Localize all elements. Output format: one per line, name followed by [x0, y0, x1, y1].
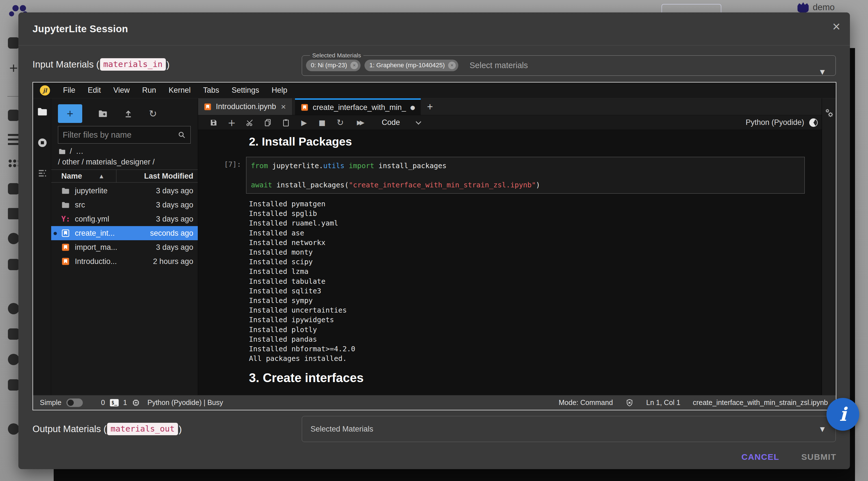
menu-item-run[interactable]: Run: [136, 86, 162, 95]
cell-type-select[interactable]: Code: [382, 118, 400, 127]
chip-remove-icon[interactable]: ×: [448, 62, 456, 69]
file-row-config-yml[interactable]: Y: config.yml 3 days ago: [51, 212, 198, 226]
material-chip[interactable]: 0: Ni (mp-23) ×: [306, 60, 361, 71]
property-inspector-gears-icon[interactable]: [824, 108, 835, 120]
menu-item-edit[interactable]: Edit: [82, 86, 107, 95]
table-of-contents-tab-icon[interactable]: [37, 168, 48, 180]
menu-item-view[interactable]: View: [107, 86, 136, 95]
menu-item-help[interactable]: Help: [265, 86, 293, 95]
filter-files-input[interactable]: Filter files by name: [58, 126, 191, 144]
tab-introduction-ipynb[interactable]: Introduction.ipynb ×: [198, 98, 292, 115]
new-launcher-button[interactable]: +: [58, 104, 82, 123]
output-materials-dropdown[interactable]: Selected Materials ▼: [302, 416, 836, 442]
section-heading-install: 2. Install Packages: [249, 135, 822, 148]
jupyterlite-logo-icon: [40, 85, 50, 95]
trust-shield-icon: [625, 398, 634, 407]
file-row-jupyterlite[interactable]: jupyterlite 3 days ago: [51, 184, 198, 198]
column-name[interactable]: Name: [61, 172, 82, 181]
avatar: [797, 2, 809, 12]
chevron-down-icon[interactable]: ▼: [820, 68, 825, 76]
header-divider: [19, 45, 850, 46]
sidebar-bg-icon: [8, 423, 19, 434]
column-last-modified[interactable]: Last Modified: [144, 172, 193, 181]
menu-item-kernel[interactable]: Kernel: [162, 86, 197, 95]
breadcrumb-path[interactable]: / other / materials_designer /: [58, 158, 155, 167]
info-button[interactable]: i: [827, 398, 859, 431]
kernel-chip-icon[interactable]: [132, 398, 140, 407]
paste-cells-icon[interactable]: [281, 118, 291, 127]
notebook-content: 2. Install Packages [7]: from jupyterlit…: [198, 130, 822, 395]
material-chip[interactable]: 1: Graphene (mp-1040425) ×: [365, 60, 458, 71]
jupyter-menubar: File Edit View Run Kernel Tabs Settings …: [33, 83, 836, 98]
yaml-file-icon: Y:: [61, 215, 71, 223]
file-list: jupyterlite 3 days ago src 3 days ago Y:…: [51, 184, 198, 269]
menu-item-settings[interactable]: Settings: [225, 86, 266, 95]
kernels-count[interactable]: 1: [123, 398, 127, 407]
right-sidebar: [822, 98, 836, 395]
cancel-button[interactable]: CANCEL: [741, 452, 779, 462]
home-folder-icon[interactable]: [59, 148, 66, 155]
notebook-icon: [61, 243, 71, 251]
terminal-icon[interactable]: $_: [110, 399, 118, 407]
select-materials-placeholder[interactable]: Select materials: [470, 61, 528, 70]
save-icon[interactable]: [209, 118, 218, 127]
sidebar-bg-icon: [8, 379, 19, 391]
run-cell-icon[interactable]: ▶: [299, 118, 309, 127]
breadcrumb-ellipsis[interactable]: …: [76, 147, 84, 156]
menu-item-file[interactable]: File: [57, 86, 82, 95]
tab-close-icon[interactable]: ×: [280, 102, 286, 112]
sidebar-bg-icon: [8, 233, 19, 244]
tab-create-interface[interactable]: create_interface_with_min_ ●: [295, 98, 421, 115]
sidebar-bg-add-icon: +: [8, 63, 19, 74]
code-editor[interactable]: from jupyterlite.utils import install_pa…: [246, 157, 805, 193]
file-row-src[interactable]: src 3 days ago: [51, 198, 198, 212]
file-row-import-material[interactable]: import_ma... 3 days ago: [51, 240, 198, 254]
simple-mode-label: Simple: [40, 398, 61, 407]
chip-remove-icon[interactable]: ×: [350, 62, 358, 69]
materials-out-code-chip: materials_out: [107, 423, 178, 435]
kernel-status[interactable]: Python (Pyodide) | Busy: [148, 398, 223, 407]
restart-kernel-icon[interactable]: ↻: [335, 118, 345, 127]
code-cell: [7]: from jupyterlite.utils import insta…: [198, 157, 822, 193]
file-list-header[interactable]: Name ▲ Last Modified: [51, 170, 198, 183]
add-cell-icon[interactable]: +: [227, 117, 237, 128]
search-icon: [178, 130, 186, 139]
copy-cells-icon[interactable]: [263, 118, 273, 127]
menu-item-tabs[interactable]: Tabs: [197, 86, 225, 95]
sidebar-bg-dots-icon: [8, 159, 18, 169]
file-browser-tab-icon[interactable]: [37, 106, 48, 118]
input-materials-label: Input Materials (materials_in): [32, 58, 169, 71]
jupyterlite-session-dialog: JupyterLite Session × Input Materials (m…: [19, 12, 850, 469]
selected-materials-field[interactable]: Selected Materials 0: Ni (mp-23) × 1: Gr…: [302, 52, 836, 76]
close-icon[interactable]: ×: [832, 20, 840, 33]
new-tab-button[interactable]: +: [421, 98, 439, 115]
chevron-down-icon[interactable]: [415, 119, 421, 125]
file-row-create-interface[interactable]: ● create_int... seconds ago: [51, 226, 198, 240]
new-folder-icon[interactable]: [98, 109, 107, 118]
output-materials-label: Output Materials (materials_out): [32, 423, 182, 435]
breadcrumb[interactable]: / …: [59, 147, 84, 156]
section-heading-create-interfaces: 3. Create interfaces: [249, 371, 822, 385]
stop-kernel-icon[interactable]: ■: [317, 118, 327, 127]
chevron-down-icon: ▼: [820, 426, 825, 433]
terminals-count[interactable]: 0: [101, 398, 105, 407]
dialog-title: JupyterLite Session: [32, 23, 128, 34]
sidebar-bg-icon: [8, 328, 19, 340]
folder-icon: [61, 201, 71, 209]
cut-cells-icon[interactable]: [245, 118, 255, 127]
sidebar-bg-icon: [8, 354, 19, 365]
kernel-name[interactable]: Python (Pyodide): [746, 118, 804, 127]
running-sessions-tab-icon[interactable]: [37, 137, 48, 149]
simple-mode-toggle[interactable]: [66, 398, 83, 407]
sort-asc-icon: ▲: [100, 173, 103, 179]
upload-icon[interactable]: [123, 109, 133, 118]
file-row-introduction[interactable]: Introductio... 2 hours ago: [51, 254, 198, 269]
cursor-position[interactable]: Ln 1, Col 1: [646, 398, 680, 407]
command-mode-indicator[interactable]: Mode: Command: [559, 398, 613, 407]
submit-button[interactable]: SUBMIT: [801, 452, 836, 462]
sidebar-bg-icon: [8, 208, 19, 219]
unsaved-dot-icon: ●: [53, 231, 59, 236]
refresh-icon[interactable]: ↻: [149, 108, 157, 119]
file-browser: + ↻ Filter files by name / …: [51, 98, 198, 395]
restart-run-all-icon[interactable]: ▶▶: [353, 119, 366, 126]
